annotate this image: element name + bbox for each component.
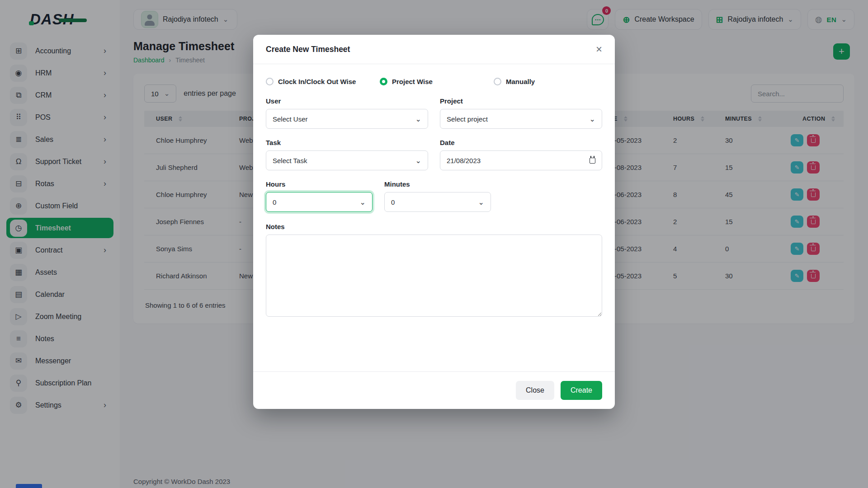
hours-field-label: Hours xyxy=(266,180,373,188)
close-button[interactable]: Close xyxy=(516,381,554,400)
radio-project-wise[interactable]: Project Wise xyxy=(380,78,488,85)
close-icon[interactable]: × xyxy=(596,44,602,55)
modal-title: Create New Timesheet xyxy=(266,45,350,54)
radio-clock-in-out-wise[interactable]: Clock In/Clock Out Wise xyxy=(266,78,374,85)
minutes-select-value: 0 xyxy=(391,198,395,206)
date-field-label: Date xyxy=(440,139,602,146)
radio-label: Clock In/Clock Out Wise xyxy=(278,78,356,85)
task-field-label: Task xyxy=(266,139,428,146)
user-field-label: User xyxy=(266,97,428,105)
project-field-label: Project xyxy=(440,97,602,105)
create-button[interactable]: Create xyxy=(561,381,602,400)
hours-select[interactable]: 0 ⌄ xyxy=(266,192,373,212)
project-select-value: Select project xyxy=(447,115,488,123)
date-input-value: 21/08/2023 xyxy=(447,157,481,164)
radio-manually[interactable]: Manually xyxy=(494,78,602,85)
minutes-select[interactable]: 0 ⌄ xyxy=(384,192,491,212)
user-select[interactable]: Select User ⌄ xyxy=(266,109,428,129)
date-input[interactable]: 21/08/2023 xyxy=(440,150,602,170)
chevron-down-icon: ⌄ xyxy=(590,115,595,123)
task-field-group: Task Select Task ⌄ xyxy=(266,139,428,170)
radio-icon xyxy=(494,78,501,85)
hours-field-group: Hours 0 ⌄ xyxy=(266,180,373,212)
chevron-down-icon: ⌄ xyxy=(478,198,484,206)
modal-footer: Close Create xyxy=(253,371,615,409)
radio-checked-icon xyxy=(380,78,387,85)
app-window: DASH ⊞ Accounting › ◉ HRM › ⧉ CRM › ⠿ PO… xyxy=(0,0,868,488)
notes-field-label: Notes xyxy=(266,223,602,230)
minutes-field-label: Minutes xyxy=(384,180,491,188)
task-select-value: Select Task xyxy=(273,157,307,164)
timesheet-mode-radios: Clock In/Clock Out Wise Project Wise Man… xyxy=(266,78,602,85)
modal-header: Create New Timesheet × xyxy=(253,35,615,64)
radio-label: Manually xyxy=(506,78,535,85)
user-select-value: Select User xyxy=(273,115,308,123)
date-field-group: Date 21/08/2023 xyxy=(440,139,602,170)
notes-field-group: Notes xyxy=(266,223,602,319)
chevron-down-icon: ⌄ xyxy=(415,115,421,123)
radio-icon xyxy=(266,78,274,85)
project-field-group: Project Select project ⌄ xyxy=(440,97,602,129)
modal-body: Clock In/Clock Out Wise Project Wise Man… xyxy=(253,64,615,371)
task-select[interactable]: Select Task ⌄ xyxy=(266,150,428,170)
chevron-down-icon: ⌄ xyxy=(415,156,421,165)
user-field-group: User Select User ⌄ xyxy=(266,97,428,129)
chevron-down-icon: ⌄ xyxy=(360,198,366,206)
create-timesheet-modal: Create New Timesheet × Clock In/Clock Ou… xyxy=(253,35,615,409)
minutes-field-group: Minutes 0 ⌄ xyxy=(384,180,491,212)
hours-select-value: 0 xyxy=(273,198,276,206)
notes-textarea[interactable] xyxy=(266,235,602,317)
project-select[interactable]: Select project ⌄ xyxy=(440,109,602,129)
calendar-icon xyxy=(590,158,595,164)
radio-label: Project Wise xyxy=(392,78,433,85)
